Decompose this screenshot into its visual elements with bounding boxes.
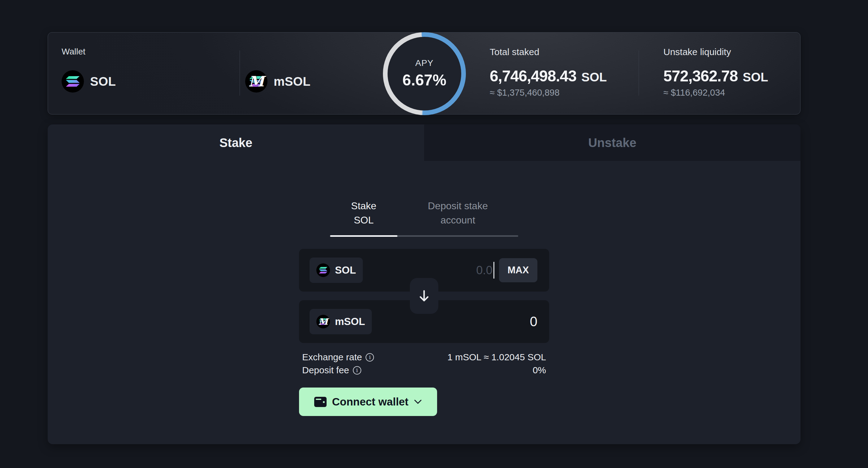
- wallet-section-label: Wallet: [62, 47, 86, 57]
- total-staked-label: Total staked: [490, 47, 607, 57]
- total-staked-usd: ≈ $1,375,460,898: [490, 88, 607, 98]
- transaction-details: Exchange rate i 1 mSOL ≈ 1.02045 SOL Dep…: [299, 351, 549, 376]
- msol-icon: M: [245, 70, 268, 93]
- total-staked-block: Total staked 6,746,498.43 SOL ≈ $1,375,4…: [490, 47, 607, 98]
- wallet-divider: [240, 51, 240, 96]
- tab-stake-sol[interactable]: Stake SOL: [330, 199, 398, 227]
- unstake-liquidity-unit: SOL: [743, 70, 768, 84]
- deposit-fee-row: Deposit fee i 0%: [299, 364, 549, 376]
- unstake-liquidity-usd: ≈ $116,692,034: [663, 88, 768, 98]
- apy-ring-inner: APY 6.67%: [388, 37, 461, 111]
- exchange-rate-label: Exchange rate: [302, 352, 362, 363]
- output-token-selector[interactable]: M mSOL: [310, 309, 372, 334]
- unstake-liquidity-block: Unstake liquidity 572,362.78 SOL ≈ $116,…: [663, 47, 768, 98]
- exchange-rate-value: 1 mSOL ≈ 1.02045 SOL: [447, 352, 546, 363]
- arrow-down-icon: [417, 289, 431, 303]
- stake-panel: Stake SOL Deposit stake account: [299, 161, 549, 416]
- apy-label: APY: [415, 58, 433, 68]
- chevron-down-icon: [414, 399, 422, 404]
- stats-divider: [639, 51, 639, 96]
- wallet-token-sol-label: SOL: [90, 74, 116, 89]
- total-staked-unit: SOL: [581, 70, 607, 84]
- inactive-tab-track: [398, 235, 518, 237]
- swap-direction-indicator: [410, 278, 438, 314]
- connect-wallet-button[interactable]: Connect wallet: [299, 387, 437, 416]
- deposit-fee-value: 0%: [533, 365, 546, 375]
- output-token-label: mSOL: [335, 316, 365, 327]
- deposit-fee-label: Deposit fee: [302, 365, 349, 375]
- apy-progress-ring: APY 6.67%: [383, 32, 466, 115]
- swap-boxes: SOL 0.0 MAX M: [299, 249, 549, 343]
- unstake-liquidity-label: Unstake liquidity: [663, 47, 768, 57]
- stake-card: Stake Unstake Stake SOL Deposit stake ac…: [48, 124, 801, 444]
- receive-amount-value: 0: [530, 314, 537, 329]
- stake-method-tabs: Stake SOL Deposit stake account: [330, 199, 518, 237]
- total-staked-amount: 6,746,498.43: [490, 67, 577, 85]
- solana-icon: [316, 263, 330, 277]
- unstake-liquidity-value: 572,362.78 SOL: [663, 67, 768, 85]
- stake-unstake-tabs: Stake Unstake: [48, 124, 801, 161]
- max-button[interactable]: MAX: [499, 258, 537, 282]
- wallet-token-msol-label: mSOL: [274, 74, 310, 89]
- input-token-selector[interactable]: SOL: [310, 257, 363, 283]
- tab-deposit-stake-account[interactable]: Deposit stake account: [398, 199, 518, 227]
- tab-unstake[interactable]: Unstake: [424, 124, 801, 161]
- solana-icon: [62, 70, 84, 93]
- msol-icon: M: [316, 315, 330, 329]
- info-icon[interactable]: i: [366, 353, 374, 362]
- amount-input[interactable]: 0.0: [476, 264, 493, 277]
- exchange-rate-row: Exchange rate i 1 mSOL ≈ 1.02045 SOL: [299, 351, 549, 363]
- apy-value: 6.67%: [402, 71, 446, 89]
- wallet-token-sol: SOL: [62, 70, 116, 93]
- tab-stake[interactable]: Stake: [48, 124, 424, 161]
- input-token-label: SOL: [335, 264, 356, 276]
- stats-bar: Wallet SOL M mSOL APY 6.67% Total staked: [48, 32, 801, 115]
- unstake-liquidity-amount: 572,362.78: [663, 67, 738, 85]
- connect-wallet-label: Connect wallet: [332, 396, 409, 408]
- active-tab-indicator: [330, 235, 398, 237]
- total-staked-value: 6,746,498.43 SOL: [490, 67, 607, 85]
- staking-page: Wallet SOL M mSOL APY 6.67% Total staked: [0, 0, 868, 468]
- info-icon[interactable]: i: [353, 366, 361, 375]
- text-cursor: [493, 262, 494, 279]
- method-tabs-underline: [330, 235, 518, 237]
- wallet-token-msol: M mSOL: [245, 70, 310, 93]
- wallet-icon: [314, 397, 327, 407]
